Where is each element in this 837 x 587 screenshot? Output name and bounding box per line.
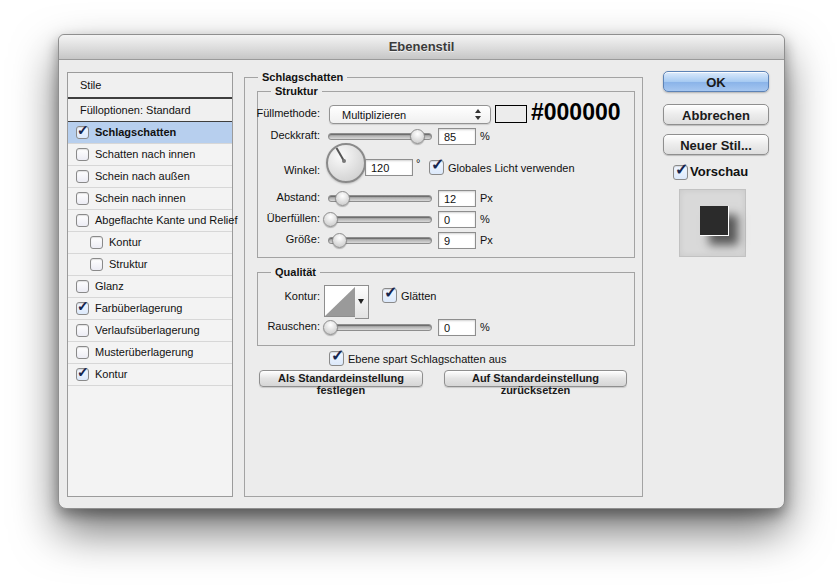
opacity-slider[interactable] xyxy=(328,133,432,140)
distance-slider[interactable] xyxy=(328,195,432,202)
spread-input[interactable] xyxy=(438,211,476,228)
sidebar-item-label: Struktur xyxy=(109,258,148,270)
dialog-title: Ebenenstil xyxy=(59,35,784,59)
shadow-color-swatch[interactable] xyxy=(495,105,527,123)
qualitaet-group-title: Qualität xyxy=(271,266,320,278)
angle-dial[interactable] xyxy=(326,143,366,183)
blend-mode-label: Füllmethode: xyxy=(59,107,320,119)
angle-input[interactable] xyxy=(365,159,413,176)
blend-mode-value: Multiplizieren xyxy=(342,109,406,121)
noise-unit: % xyxy=(480,321,490,333)
styles-header-label: Stile xyxy=(80,79,101,91)
knockout-label: Ebene spart Schlagschatten aus xyxy=(348,353,506,365)
preview-label: Vorschau xyxy=(690,164,748,179)
opacity-label: Deckkraft: xyxy=(59,129,320,141)
slider-thumb[interactable] xyxy=(332,233,347,248)
size-row: Größe: Px xyxy=(59,233,784,249)
global-light-checkbox[interactable] xyxy=(429,160,444,175)
size-label: Größe: xyxy=(59,233,320,245)
angle-label: Winkel: xyxy=(59,164,320,176)
updown-arrows-icon xyxy=(475,109,482,120)
distance-row: Abstand: Px xyxy=(59,191,784,207)
global-light-label: Globales Licht verwenden xyxy=(448,162,575,174)
slider-thumb[interactable] xyxy=(410,129,425,144)
spread-slider[interactable] xyxy=(328,216,432,223)
distance-input[interactable] xyxy=(438,190,476,207)
reset-default-button[interactable]: Auf Standardeinstellung zurücksetzen xyxy=(444,370,627,387)
cancel-button[interactable]: Abbrechen xyxy=(663,104,769,125)
new-style-button[interactable]: Neuer Stil... xyxy=(663,134,769,155)
distance-unit: Px xyxy=(480,192,493,204)
sidebar-item-struktur-sub[interactable]: Struktur xyxy=(68,254,232,276)
dial-center-dot xyxy=(342,159,346,163)
sidebar-item-label: Schatten nach innen xyxy=(95,148,195,160)
noise-input[interactable] xyxy=(438,319,476,336)
preview-thumbnail xyxy=(679,189,746,257)
color-hex-value: #000000 xyxy=(531,99,621,126)
noise-label: Rauschen: xyxy=(59,320,320,332)
noise-slider[interactable] xyxy=(328,324,432,331)
chevron-down-icon xyxy=(358,299,364,304)
size-slider[interactable] xyxy=(328,237,432,244)
screen: Ebenenstil Stile Fülloptionen: Standard … xyxy=(0,0,837,587)
ok-button[interactable]: OK xyxy=(663,71,769,92)
contour-shape-icon xyxy=(325,286,356,316)
slider-thumb[interactable] xyxy=(335,191,350,206)
noise-row: Rauschen: % xyxy=(59,320,784,336)
angle-unit: ° xyxy=(416,157,420,169)
preview-shadow-square xyxy=(700,206,729,236)
contour-picker-arrow[interactable] xyxy=(355,285,369,319)
styles-header: Stile xyxy=(68,73,232,99)
preview-checkbox[interactable] xyxy=(673,165,688,180)
checkbox[interactable] xyxy=(76,148,89,161)
contour-row: Kontur: Glätten xyxy=(59,290,784,306)
opacity-unit: % xyxy=(480,130,490,142)
checkbox[interactable] xyxy=(90,258,103,271)
antialias-checkbox[interactable] xyxy=(382,288,397,303)
size-unit: Px xyxy=(480,234,493,246)
title-bar[interactable]: Ebenenstil xyxy=(59,35,784,60)
knockout-checkbox[interactable] xyxy=(329,351,344,366)
contour-label: Kontur: xyxy=(59,290,320,302)
slider-thumb[interactable] xyxy=(323,212,338,227)
opacity-input[interactable] xyxy=(438,128,476,145)
slider-thumb[interactable] xyxy=(323,320,338,335)
layer-style-dialog: Ebenenstil Stile Fülloptionen: Standard … xyxy=(58,34,785,509)
spread-row: Überfüllen: % xyxy=(59,212,784,228)
knockout-row: Ebene spart Schlagschatten aus xyxy=(59,353,784,369)
antialias-label: Glätten xyxy=(401,290,436,302)
contour-thumbnail[interactable] xyxy=(324,285,357,317)
schlagschatten-group-title: Schlagschatten xyxy=(258,71,347,83)
distance-label: Abstand: xyxy=(59,191,320,203)
sidebar-item-label: Kontur xyxy=(95,368,127,380)
struktur-group-title: Struktur xyxy=(271,85,322,97)
size-input[interactable] xyxy=(438,232,476,249)
checkbox[interactable] xyxy=(76,368,89,381)
blend-mode-select[interactable]: Multiplizieren xyxy=(329,105,491,124)
set-default-button[interactable]: Als Standardeinstellung festlegen xyxy=(259,370,423,387)
spread-label: Überfüllen: xyxy=(59,212,320,224)
spread-unit: % xyxy=(480,213,490,225)
